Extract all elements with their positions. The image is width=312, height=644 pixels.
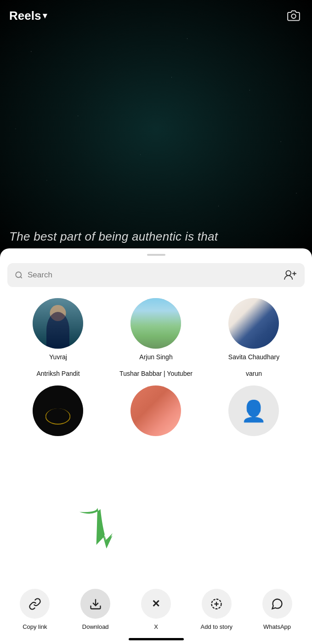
add-to-story-label: Add to story xyxy=(201,623,233,630)
drag-handle[interactable] xyxy=(147,254,165,256)
action-download[interactable]: Download xyxy=(65,589,126,630)
add-people-button[interactable] xyxy=(284,269,297,282)
whatsapp-icon-circle xyxy=(262,589,292,619)
download-icon xyxy=(89,598,102,610)
reel-background: The best part of being authentic is that xyxy=(0,0,312,258)
share-bottom-sheet: Yuvraj Arjun Singh Savita Chaudhary Antr… xyxy=(0,248,312,644)
contact-arjun[interactable]: Arjun Singh xyxy=(108,298,204,361)
avatar-varun: 👤 xyxy=(228,385,279,436)
add-story-icon xyxy=(210,598,223,610)
avatar-arjun xyxy=(130,298,181,349)
contact-name-arjun: Arjun Singh xyxy=(139,353,172,361)
camera-icon xyxy=(287,9,300,22)
add-story-icon-circle xyxy=(202,589,232,619)
link-icon xyxy=(28,598,41,610)
x-icon-circle: ✕ xyxy=(141,589,171,619)
avatar-antriksh xyxy=(33,385,83,436)
contact-antriksh[interactable]: Antriksh Pandit xyxy=(10,370,107,436)
avatar-yuvraj xyxy=(33,298,83,349)
contacts-row-2: Antriksh Pandit Tushar Babbar | Youtuber… xyxy=(0,368,312,436)
bottom-actions-bar: Copy link Download ✕ X xyxy=(0,589,312,630)
svg-point-1 xyxy=(16,272,21,277)
download-label: Download xyxy=(82,623,109,630)
x-label: X xyxy=(154,623,158,630)
contact-name-varun: varun xyxy=(246,370,262,377)
green-arrow-indicator xyxy=(70,499,127,564)
camera-button[interactable] xyxy=(284,6,303,25)
x-logo-icon: ✕ xyxy=(152,598,160,610)
top-bar: Reels ▾ xyxy=(0,0,312,31)
action-whatsapp[interactable]: WhatsApp xyxy=(247,589,307,630)
whatsapp-icon xyxy=(271,598,284,610)
contacts-row-1: Yuvraj Arjun Singh Savita Chaudhary xyxy=(0,291,312,368)
contact-name-yuvraj: Yuvraj xyxy=(49,353,67,361)
action-x[interactable]: ✕ X xyxy=(126,589,187,630)
search-bar[interactable] xyxy=(7,263,305,287)
avatar-savita xyxy=(228,298,279,349)
home-indicator xyxy=(129,638,184,640)
contact-yuvraj[interactable]: Yuvraj xyxy=(10,298,107,361)
contact-savita[interactable]: Savita Chaudhary xyxy=(205,298,302,361)
svg-line-2 xyxy=(20,276,22,278)
contact-tushar[interactable]: Tushar Babbar | Youtuber xyxy=(108,370,204,436)
reels-label: Reels xyxy=(9,9,41,23)
copy-link-icon-circle xyxy=(20,589,50,619)
action-copy-link[interactable]: Copy link xyxy=(5,589,65,630)
reel-quote: The best part of being authentic is that xyxy=(9,230,218,244)
reels-title-button[interactable]: Reels ▾ xyxy=(9,9,47,23)
svg-point-3 xyxy=(286,270,291,276)
svg-point-0 xyxy=(291,14,295,18)
avatar-tushar xyxy=(130,385,181,436)
download-icon-circle xyxy=(80,589,110,619)
contact-varun[interactable]: varun 👤 xyxy=(205,370,302,436)
action-add-to-story[interactable]: Add to story xyxy=(186,589,247,630)
contact-name-savita: Savita Chaudhary xyxy=(228,353,279,361)
contact-name-tushar: Tushar Babbar | Youtuber xyxy=(119,370,193,377)
search-input[interactable] xyxy=(28,270,279,280)
whatsapp-label: WhatsApp xyxy=(263,623,291,630)
copy-link-label: Copy link xyxy=(23,623,47,630)
chevron-down-icon: ▾ xyxy=(43,11,47,21)
empty-avatar-icon: 👤 xyxy=(241,399,267,423)
contact-name-antriksh: Antriksh Pandit xyxy=(36,370,79,377)
search-icon xyxy=(15,271,23,279)
